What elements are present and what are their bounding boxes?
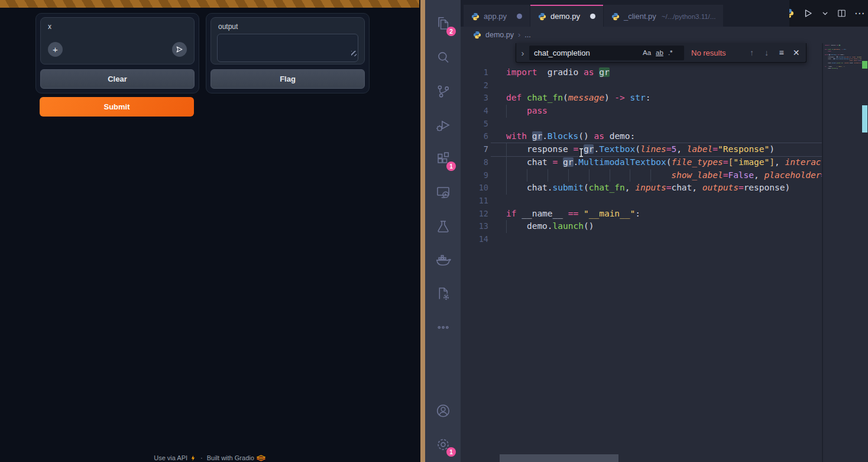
line-content: with gr.Blocks() as demo: bbox=[506, 130, 635, 143]
activity-explorer-icon[interactable]: 2 bbox=[425, 7, 461, 41]
window-border-strip bbox=[419, 0, 425, 462]
loading-stripes-bar bbox=[0, 0, 419, 8]
line-content: response = gr.Textbox(lines=5, label="Re… bbox=[506, 143, 775, 156]
find-input-box: Aa ab .* bbox=[529, 46, 684, 60]
split-editor-button[interactable] bbox=[837, 8, 847, 18]
find-widget: › Aa ab .* No results ↑ ↓ ≡ ✕ bbox=[516, 43, 807, 63]
match-case-toggle[interactable]: Aa bbox=[643, 49, 651, 56]
activity-search-icon[interactable] bbox=[425, 41, 461, 75]
code-line-3[interactable]: 3def chat_fn(message) -> str: bbox=[461, 92, 822, 105]
activity-run-debug-icon[interactable] bbox=[425, 108, 461, 142]
tab-label: _client.py bbox=[624, 12, 656, 21]
activity-badge: 1 bbox=[446, 161, 456, 171]
code-line-7[interactable]: 7 response = gr.Textbox(lines=5, label="… bbox=[461, 143, 822, 156]
activity-badge: 1 bbox=[446, 447, 456, 457]
output-textarea[interactable] bbox=[217, 34, 358, 62]
find-in-selection-button[interactable]: ≡ bbox=[774, 48, 789, 57]
line-content: show_label=False, placeholder= bbox=[506, 169, 822, 182]
output-label: output bbox=[218, 22, 238, 31]
find-previous-button[interactable]: ↑ bbox=[744, 48, 759, 57]
gradio-footer: Use via API · Built with Gradio bbox=[0, 454, 419, 461]
activity-settings-icon[interactable]: 1 bbox=[425, 428, 461, 461]
activity-account-icon[interactable] bbox=[425, 394, 461, 428]
input-label: x bbox=[48, 22, 51, 31]
line-number: 12 bbox=[461, 208, 488, 221]
activity-remote-explorer-icon[interactable] bbox=[425, 176, 461, 209]
use-via-api-link[interactable]: Use via API bbox=[154, 454, 196, 461]
send-icon bbox=[175, 45, 184, 54]
attach-file-button[interactable]: + bbox=[48, 42, 63, 57]
activity-bar: 21 1 bbox=[425, 0, 461, 462]
tab-bar: app.pydemo.py_client.py~/.../python3.11/… bbox=[461, 0, 868, 27]
activity-extensions-icon[interactable]: 1 bbox=[425, 142, 461, 176]
find-next-button[interactable]: ↓ bbox=[759, 48, 774, 57]
breadcrumb: demo.py › ... bbox=[461, 27, 822, 43]
multimodal-input[interactable]: x + bbox=[40, 17, 195, 64]
activity-source-control-icon[interactable] bbox=[425, 75, 461, 108]
tab-label: demo.py bbox=[550, 12, 580, 21]
code-line-11[interactable]: 11 bbox=[461, 195, 822, 208]
code-line-9[interactable]: 9 show_label=False, placeholder= bbox=[461, 169, 822, 182]
regex-toggle[interactable]: .* bbox=[668, 49, 673, 56]
code-line-6[interactable]: 6with gr.Blocks() as demo: bbox=[461, 130, 822, 143]
dirty-indicator bbox=[517, 14, 522, 19]
activity-bar-top: 21 bbox=[425, 0, 461, 344]
footer-separator: · bbox=[200, 454, 203, 461]
code-line-10[interactable]: 10 chat.submit(chat_fn, inputs=chat, out… bbox=[461, 182, 822, 195]
breadcrumb-more[interactable]: ... bbox=[524, 31, 530, 39]
code-line-8[interactable]: 8 chat = gr.MultimodalTextbox(file_types… bbox=[461, 156, 822, 169]
line-content: import gradio as gr bbox=[506, 66, 610, 79]
line-content: def chat_fn(message) -> str: bbox=[506, 92, 651, 105]
run-button[interactable] bbox=[802, 8, 814, 19]
find-close-button[interactable]: ✕ bbox=[789, 48, 804, 57]
code-line-1[interactable]: 1import gradio as gr bbox=[461, 66, 822, 79]
play-icon bbox=[802, 8, 814, 19]
activity-more-icon[interactable] bbox=[425, 311, 461, 344]
whole-word-toggle[interactable]: ab bbox=[656, 49, 663, 56]
gradio-logo-icon bbox=[257, 455, 265, 461]
code-line-5[interactable]: 5 bbox=[461, 118, 822, 131]
line-number: 8 bbox=[461, 156, 488, 169]
find-expand-chevron[interactable]: › bbox=[516, 48, 529, 58]
line-number: 5 bbox=[461, 118, 488, 131]
activity-testing-icon[interactable] bbox=[425, 209, 461, 243]
activity-docker-icon[interactable] bbox=[425, 243, 461, 277]
submit-button[interactable]: Submit bbox=[40, 97, 194, 117]
overview-ruler bbox=[861, 0, 868, 462]
breadcrumb-separator: › bbox=[518, 30, 520, 39]
line-number: 3 bbox=[461, 92, 488, 105]
breadcrumb-file[interactable]: demo.py bbox=[485, 31, 514, 39]
gradio-app-panel: x + Clear Submit output Flag Use via API bbox=[0, 0, 419, 462]
line-number: 10 bbox=[461, 182, 488, 195]
tab-app.py[interactable]: app.py bbox=[464, 5, 530, 27]
line-content: if __name__ == "__main__": bbox=[506, 208, 640, 221]
code-editor[interactable]: 1import gradio as gr23def chat_fn(messag… bbox=[461, 43, 822, 462]
line-content: chat = gr.MultimodalTextbox(file_types=[… bbox=[506, 156, 822, 169]
tabs: app.pydemo.py_client.py~/.../python3.11/… bbox=[464, 5, 724, 27]
built-with-gradio-link[interactable]: Built with Gradio bbox=[207, 454, 265, 461]
editor-panel: app.pydemo.py_client.py~/.../python3.11/… bbox=[461, 0, 868, 462]
clear-button[interactable]: Clear bbox=[40, 69, 195, 89]
line-number: 6 bbox=[461, 130, 488, 143]
line-number: 7 bbox=[461, 143, 488, 156]
lightning-icon bbox=[190, 455, 196, 461]
activity-file-settings-icon[interactable] bbox=[425, 277, 461, 311]
minimap[interactable]: import gradio as grdef chat_fn(message) … bbox=[822, 43, 861, 462]
horizontal-scrollbar[interactable] bbox=[500, 454, 618, 462]
run-dropdown-chevron[interactable] bbox=[821, 9, 829, 17]
code-line-2[interactable]: 2 bbox=[461, 79, 822, 92]
tab-_client.py[interactable]: _client.py~/.../python3.11/... bbox=[604, 5, 723, 27]
code-line-14[interactable]: 14 bbox=[461, 233, 822, 246]
screen: x + Clear Submit output Flag Use via API bbox=[0, 0, 868, 462]
code-line-4[interactable]: 4 pass bbox=[461, 105, 822, 118]
find-input[interactable] bbox=[529, 49, 638, 57]
split-editor-icon bbox=[837, 8, 847, 18]
send-button[interactable] bbox=[172, 42, 187, 57]
python-file-icon bbox=[789, 8, 795, 18]
overview-marker-green bbox=[862, 61, 867, 69]
code-line-12[interactable]: 12if __name__ == "__main__": bbox=[461, 208, 822, 221]
flag-button[interactable]: Flag bbox=[210, 69, 365, 89]
tab-demo.py[interactable]: demo.py bbox=[530, 5, 603, 27]
code-line-13[interactable]: 13 demo.launch() bbox=[461, 220, 822, 233]
line-content: chat.submit(chat_fn, inputs=chat, output… bbox=[506, 182, 790, 195]
